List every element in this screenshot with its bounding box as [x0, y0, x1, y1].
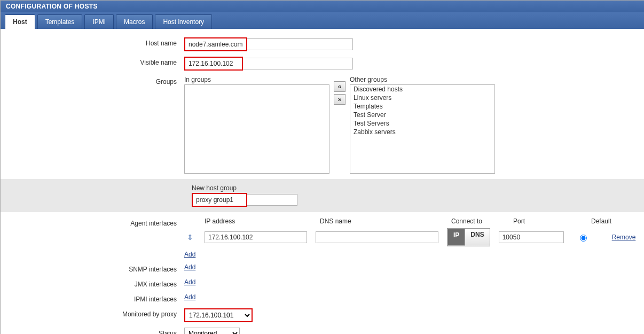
col-ip-address: IP address [184, 218, 311, 225]
label-ipmi-interfaces: IPMI interfaces [1, 293, 184, 303]
col-port: Port [513, 218, 583, 225]
col-default: Default [591, 218, 623, 225]
label-snmp-interfaces: SNMP interfaces [1, 263, 184, 273]
tab-ipmi[interactable]: IPMI [84, 14, 114, 29]
col-dns-name: DNS name [320, 218, 443, 225]
highlight-visible-name [184, 57, 243, 71]
snmp-add-link[interactable]: Add [184, 263, 195, 271]
tab-host[interactable]: Host [5, 14, 35, 29]
list-item[interactable]: Test Servers [350, 119, 494, 128]
proxy-select[interactable]: 172.16.100.101 [185, 309, 252, 321]
visible-name-input[interactable] [185, 58, 242, 69]
label-agent-interfaces: Agent interfaces [1, 218, 184, 227]
page-title: CONFIGURATION OF HOSTS [6, 3, 98, 10]
in-groups-list[interactable] [184, 84, 329, 174]
highlight-proxy: 172.16.100.101 [184, 308, 253, 322]
list-item[interactable]: Templates [350, 102, 494, 111]
host-name-extra[interactable] [247, 38, 353, 50]
ipmi-add-link[interactable]: Add [184, 293, 195, 301]
visible-name-extra[interactable] [243, 58, 353, 69]
tab-templates[interactable]: Templates [37, 14, 83, 29]
new-host-group-input[interactable] [193, 194, 246, 206]
tab-strip: Host Templates IPMI Macros Host inventor… [1, 12, 644, 29]
tab-host-inventory[interactable]: Host inventory [155, 14, 212, 29]
page-title-bar: CONFIGURATION OF HOSTS [1, 1, 644, 12]
label-groups: Groups [1, 76, 184, 86]
agent-ip-input[interactable] [205, 231, 307, 243]
move-right-button[interactable]: » [334, 94, 345, 105]
label-status: Status [1, 328, 184, 334]
label-host-name: Host name [1, 37, 184, 47]
list-item[interactable]: Linux servers [350, 94, 494, 102]
remove-link[interactable]: Remove [612, 234, 636, 241]
connect-dns-button[interactable]: DNS [465, 229, 489, 246]
list-item[interactable]: Zabbix servers [350, 128, 494, 136]
jmx-add-link[interactable]: Add [184, 278, 195, 286]
label-new-host-group [1, 184, 190, 207]
agent-dns-input[interactable] [316, 231, 438, 243]
connect-to-toggle[interactable]: IP DNS [447, 228, 490, 246]
agent-port-input[interactable] [499, 231, 564, 243]
col-connect-to: Connect to [451, 218, 505, 225]
list-item[interactable]: Discovered hosts [350, 85, 494, 94]
status-select[interactable]: Monitored [184, 328, 240, 334]
highlight-host-name [184, 37, 247, 51]
list-item[interactable]: Test Server [350, 111, 494, 119]
move-left-button[interactable]: « [334, 81, 345, 92]
other-groups-list[interactable]: Discovered hosts Linux servers Templates… [350, 84, 495, 174]
new-host-group-title: New host group [192, 184, 644, 192]
label-monitored-by-proxy: Monitored by proxy [1, 308, 184, 318]
label-visible-name: Visible name [1, 57, 184, 66]
connect-ip-button[interactable]: IP [447, 229, 465, 246]
drag-handle-icon[interactable]: ⇕ [184, 233, 196, 242]
tab-macros[interactable]: Macros [116, 14, 153, 29]
label-jmx-interfaces: JMX interfaces [1, 278, 184, 288]
host-name-input[interactable] [185, 38, 246, 50]
default-radio[interactable] [580, 235, 587, 242]
label-other-groups: Other groups [350, 76, 495, 83]
new-host-group-extra[interactable] [247, 194, 297, 206]
highlight-new-host-group [192, 193, 247, 207]
agent-add-link[interactable]: Add [184, 251, 195, 258]
label-in-groups: In groups [184, 76, 329, 83]
